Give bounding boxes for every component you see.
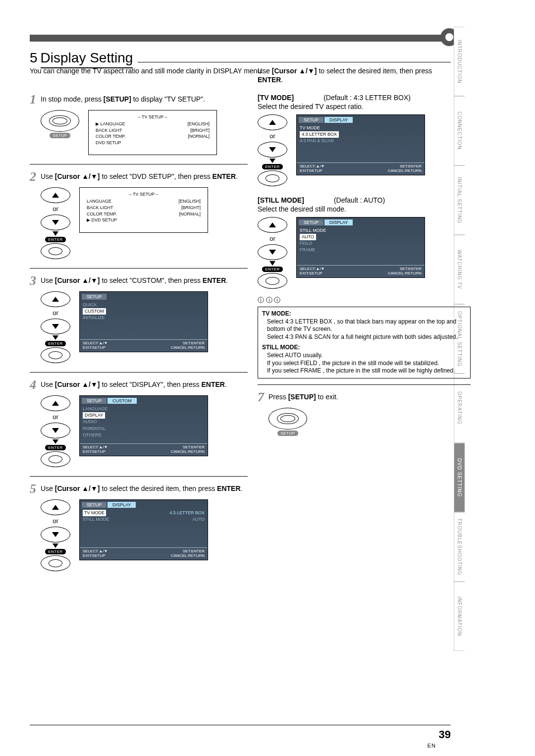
intro-right-enter: ENTER: [258, 76, 281, 84]
page-number: 39: [439, 728, 451, 741]
cursor-up-icon: [258, 217, 287, 233]
remote-setup-button: SETUP: [268, 408, 307, 436]
left-column: 1 In stop mode, press [SETUP] to display…: [30, 93, 248, 580]
cursor-down-icon: [41, 527, 70, 542]
enter-label: ENTER: [45, 237, 66, 242]
note-icons: ⓘ ⓘ ⓘ: [258, 296, 471, 305]
step-5: 5 Use [Cursor ▲/▼] to select the desired…: [30, 483, 248, 571]
or-label: or: [53, 205, 58, 213]
remote-arrows: or ENTER: [258, 114, 287, 186]
step-1: 1 In stop mode, press [SETUP] to display…: [30, 93, 248, 155]
cursor-up-icon: [41, 187, 70, 203]
still-mode-head: [STILL MODE](Default : AUTO): [258, 196, 471, 204]
page-lang: EN: [428, 743, 436, 749]
separator: [258, 384, 471, 385]
intro-right-suf: to select the desired item, then press: [317, 67, 432, 75]
enter-button-icon: [41, 243, 70, 259]
note-box: TV MODE: Select 4:3 LETTER BOX , so that…: [258, 307, 471, 378]
sidetab-introduction: INTRODUCTION: [454, 27, 465, 96]
tv-mode-head: [TV MODE](Default : 4:3 LETTER BOX): [258, 94, 471, 102]
remote-arrows: or ENTER: [41, 187, 70, 259]
setup-label: SETUP: [50, 133, 70, 138]
step-1-text: In stop mode, press [SETUP] to display "…: [41, 93, 248, 104]
sidetab-information: INFORMATION: [454, 582, 465, 651]
heading-number: 5: [30, 50, 38, 66]
heading-title: Display Setting: [41, 50, 133, 68]
cursor-up-icon: [41, 291, 70, 307]
separator: [30, 372, 248, 373]
intro-text-right: Use [Cursor ▲/▼] to select the desired i…: [258, 67, 446, 84]
cursor-down-icon: [41, 423, 70, 438]
cursor-down-icon: [41, 215, 70, 230]
separator: [30, 268, 248, 269]
step-1-number: 1: [30, 93, 41, 106]
sidetab-dvd-setting: DVD SETTING: [454, 443, 465, 512]
section-heading: 5 Display Setting: [30, 50, 451, 68]
sidetab-troubleshoot: TROUBLESHOOTING: [454, 512, 465, 582]
remote-arrows: or ENTER: [41, 291, 70, 363]
footer-rule-thin: [30, 725, 451, 725]
remote-arrows: or ENTER: [41, 395, 70, 467]
step-3: 3 Use [Cursor ▲/▼] to select "CUSTOM", t…: [30, 274, 248, 363]
osd-tv-mode: SETUPDISPLAY TV MODE 4:3 LETTER BOX 4:3 …: [296, 114, 425, 175]
osd-setup-custom: SETUP QUICK CUSTOM INITIALIZE SELECT:▲/▼…: [79, 291, 208, 352]
step-7: 7 Press [SETUP] to exit. SETUP: [258, 391, 471, 436]
enter-button-icon: [258, 273, 287, 289]
osd-tv-setup-2: – TV SETUP – LANGUAGE[ENGLISH] BACK LIGH…: [79, 187, 208, 232]
separator: [30, 164, 248, 164]
cursor-up-icon: [258, 114, 287, 130]
remote-arrows: or ENTER: [258, 217, 287, 289]
right-column: [TV MODE](Default : 4:3 LETTER BOX) Sele…: [258, 92, 471, 445]
step-2-text: Use [Cursor ▲/▼] to select "DVD SETUP", …: [41, 170, 248, 181]
header-rule: [30, 35, 451, 42]
intro-right-pre: Use: [258, 67, 272, 75]
enter-button-icon: [258, 170, 287, 186]
flow-arrow-icon: [53, 335, 58, 340]
osd-setup-display: SETUPCUSTOM LANGUAGE DISPLAY AUDIO PAREN…: [79, 395, 208, 456]
osd-still-mode: SETUPDISPLAY STILL MODE AUTO FEILD FRAME…: [296, 217, 425, 278]
cursor-down-icon: [258, 142, 287, 158]
step-2: 2 Use [Cursor ▲/▼] to select "DVD SETUP"…: [30, 170, 248, 259]
still-mode-desc: Select the desired still mode.: [258, 205, 471, 213]
heading-line: [138, 50, 451, 62]
cursor-up-icon: [41, 499, 70, 515]
enter-button-icon: [41, 347, 70, 363]
intro-right-cursor: [Cursor ▲/▼]: [272, 67, 317, 75]
manual-page: 5 Display Setting You can change the TV …: [0, 0, 535, 756]
cursor-up-icon: [41, 395, 70, 411]
flow-arrow-icon: [53, 231, 58, 236]
remote-setup-button: SETUP: [41, 110, 79, 138]
remote-arrows: or ENTER: [41, 499, 70, 571]
osd-display-items: SETUPDISPLAY TV MODE4:3 LETTER BOX STILL…: [79, 499, 208, 560]
enter-button-icon: [41, 555, 70, 571]
step-2-number: 2: [30, 170, 41, 183]
osd-tv-setup-1: – TV SETUP – ▶ LANGUAGE[ENGLISH] BACK LI…: [88, 110, 217, 155]
tv-mode-desc: Select the desired TV aspect ratio.: [258, 103, 471, 110]
step-4: 4 Use [Cursor ▲/▼] to select "DISPLAY", …: [30, 378, 248, 467]
separator: [30, 476, 248, 477]
cursor-down-icon: [41, 319, 70, 334]
cursor-down-icon: [258, 244, 287, 260]
enter-button-icon: [41, 451, 70, 467]
